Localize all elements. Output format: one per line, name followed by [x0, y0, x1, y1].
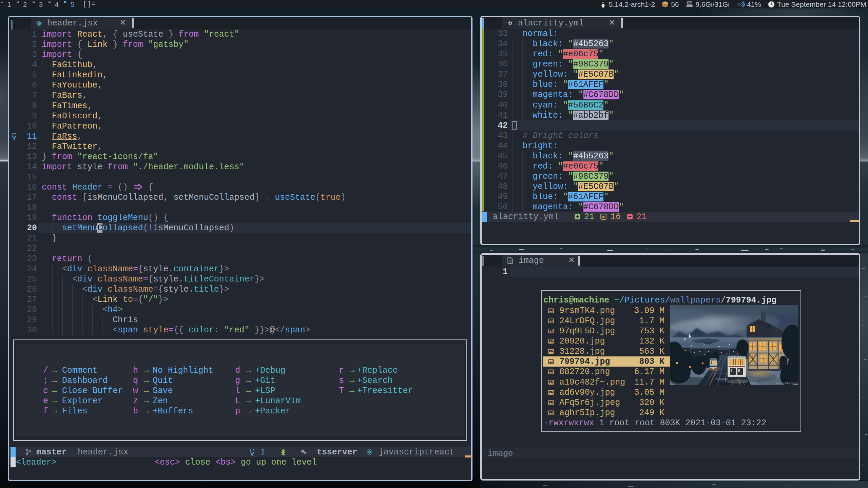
svg-text:www.DesktopBackground.org: www.DesktopBackground.org: [776, 382, 798, 385]
